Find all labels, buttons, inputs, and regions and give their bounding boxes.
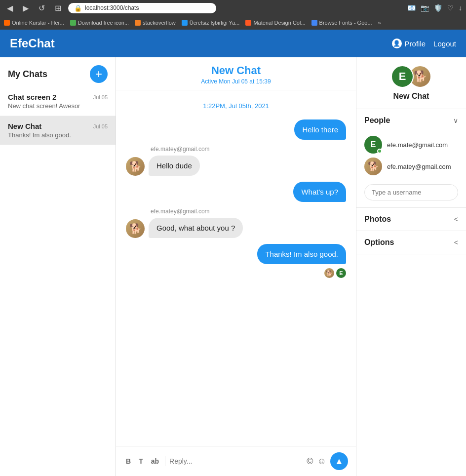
username-input[interactable]: [364, 184, 458, 200]
message-row: What's up?: [293, 182, 346, 202]
sidebar-title: My Chats: [8, 69, 47, 79]
chat-status: Active Mon Jul 05 at 15:39: [126, 78, 346, 85]
message-group: efe.matey@gmail.com 🐕 Good, what about y…: [126, 208, 346, 238]
chat-list: Chat screen 2 Jul 05 New chat screen! Aw…: [0, 87, 116, 476]
people-title: People: [364, 116, 390, 125]
bookmark-5[interactable]: Material Design Col...: [245, 20, 305, 26]
message-sender: efe.matey@gmail.com: [151, 208, 210, 215]
message-bubble: What's up?: [293, 182, 346, 202]
person-email: efe.mate@gmail.com: [387, 141, 448, 149]
person-email: efe.matey@gmail.com: [387, 163, 451, 170]
app-header: EfeChat 👤 Profile Logout: [0, 30, 466, 57]
message-bubble: Hello dude: [149, 156, 200, 176]
forward-button[interactable]: ▶: [20, 2, 32, 14]
message-group: Hello there: [126, 119, 346, 140]
send-button[interactable]: ▲: [330, 452, 348, 470]
text-button[interactable]: T: [137, 455, 145, 467]
message-input-area: B T ab © ☺ ▲: [116, 446, 356, 476]
chat-item-preview: New chat screen! Awesor: [8, 102, 108, 110]
logout-link[interactable]: Logout: [433, 40, 456, 48]
read-avatar-doge: 🐕: [324, 268, 334, 278]
message-bubble: Good, what about you ?: [149, 218, 243, 238]
bookmarks-more[interactable]: »: [378, 20, 381, 26]
browser-icon-1: 📧: [407, 4, 416, 12]
message-group: Thanks! Im also good. 🐕 E: [126, 244, 346, 278]
message-bubble: Hello there: [294, 119, 346, 140]
app: EfeChat 👤 Profile Logout My Chats + Chat…: [0, 30, 466, 476]
message-input[interactable]: [169, 457, 303, 465]
options-chevron: <: [454, 238, 458, 246]
chat-avatars: E 🐕: [391, 65, 431, 88]
new-chat-button[interactable]: +: [90, 65, 108, 83]
options-title: Options: [364, 238, 394, 247]
browser-icon-3: 🛡️: [434, 4, 442, 12]
chat-item-name-active: New Chat: [8, 122, 41, 130]
people-list: E efe.mate@gmail.com 🐕 efe.matey@gmail.c…: [356, 132, 466, 179]
lowercase-button[interactable]: ab: [149, 455, 161, 467]
sidebar-header: My Chats +: [0, 57, 116, 87]
person-item: 🐕 efe.matey@gmail.com: [364, 158, 458, 175]
message-row: Thanks! Im also good.: [257, 244, 346, 264]
profile-link[interactable]: 👤 Profile: [392, 39, 426, 48]
chat-header: New Chat Active Mon Jul 05 at 15:39: [116, 57, 356, 90]
message-group: What's up?: [126, 182, 346, 202]
message-read-avatars: 🐕 E: [324, 268, 346, 278]
right-panel-header: E 🐕 New Chat: [356, 57, 466, 109]
message-row: Hello there: [294, 119, 346, 140]
photos-section: Photos <: [356, 208, 466, 231]
photos-title: Photos: [364, 215, 391, 224]
grid-button[interactable]: ⊞: [52, 2, 64, 14]
chat-item-preview-active: Thanks! Im also good.: [8, 131, 108, 139]
refresh-button[interactable]: ↺: [36, 2, 48, 14]
browser-chrome: ◀ ▶ ↺ ⊞ 🔒 localhost:3000/chats 📧 📷 🛡️ ♡ …: [0, 0, 466, 30]
messages-container: 1:22PM, Jul 05th, 2021 Hello there efe.m…: [116, 90, 356, 446]
right-panel: E 🐕 New Chat People ∨ E e: [356, 57, 466, 476]
person-avatar-doge: 🐕: [364, 158, 382, 175]
person-item: E efe.mate@gmail.com: [364, 136, 458, 154]
online-indicator: [377, 149, 382, 154]
main-content: My Chats + Chat screen 2 Jul 05 New chat…: [0, 57, 466, 476]
chat-item[interactable]: Chat screen 2 Jul 05 New chat screen! Aw…: [0, 87, 116, 116]
browser-icon-5: ↓: [459, 4, 462, 12]
chat-item-active[interactable]: New Chat Jul 05 Thanks! Im also good.: [0, 116, 116, 145]
profile-icon: 👤: [392, 39, 402, 48]
message-bubble: Thanks! Im also good.: [257, 244, 346, 264]
message-row: 🐕 Hello dude: [126, 156, 200, 176]
emoji-button[interactable]: ©: [307, 456, 313, 467]
back-button[interactable]: ◀: [4, 2, 16, 14]
people-section: People ∨ E efe.mate@gmail.com 🐕 efe.mate…: [356, 109, 466, 208]
options-section-header[interactable]: Options <: [356, 231, 466, 254]
message-sender: efe.matey@gmail.com: [151, 146, 210, 153]
bookmark-4[interactable]: Ücretsiz İşbirliği Ya...: [182, 20, 240, 26]
bold-button[interactable]: B: [124, 455, 133, 467]
bookmark-3[interactable]: stackoverflow: [135, 20, 176, 26]
avatar: 🐕: [126, 157, 145, 176]
person-avatar-e: E: [364, 136, 382, 154]
bookmarks-bar: Online Kurslar - Her... Download free ic…: [0, 16, 466, 30]
bookmark-2[interactable]: Download free icon...: [70, 20, 129, 26]
chat-title: New Chat: [126, 64, 346, 77]
app-logo: EfeChat: [10, 37, 392, 50]
chat-item-date: Jul 05: [93, 94, 108, 100]
left-sidebar: My Chats + Chat screen 2 Jul 05 New chat…: [0, 57, 116, 476]
date-divider: 1:22PM, Jul 05th, 2021: [126, 102, 346, 110]
photos-section-header[interactable]: Photos <: [356, 208, 466, 231]
message-row: 🐕 Good, what about you ?: [126, 218, 243, 238]
message-group: efe.matey@gmail.com 🐕 Hello dude: [126, 146, 346, 176]
read-avatar-e: E: [336, 268, 346, 278]
photos-chevron: <: [454, 215, 458, 223]
chat-area: New Chat Active Mon Jul 05 at 15:39 1:22…: [116, 57, 356, 476]
options-section: Options <: [356, 231, 466, 254]
header-nav: 👤 Profile Logout: [392, 39, 456, 48]
people-section-header[interactable]: People ∨: [356, 109, 466, 132]
chat-item-date-active: Jul 05: [93, 123, 108, 129]
chat-item-name: Chat screen 2: [8, 93, 56, 101]
url-bar[interactable]: 🔒 localhost:3000/chats: [68, 3, 216, 13]
bookmark-6[interactable]: Browse Fonts - Goo...: [311, 20, 372, 26]
browser-icon-2: 📷: [421, 4, 429, 12]
avatar: 🐕: [126, 219, 145, 238]
bookmark-1[interactable]: Online Kurslar - Her...: [4, 20, 64, 26]
smiley-button[interactable]: ☺: [317, 456, 326, 467]
right-chat-name: New Chat: [393, 92, 429, 101]
browser-icon-4: ♡: [447, 4, 454, 12]
